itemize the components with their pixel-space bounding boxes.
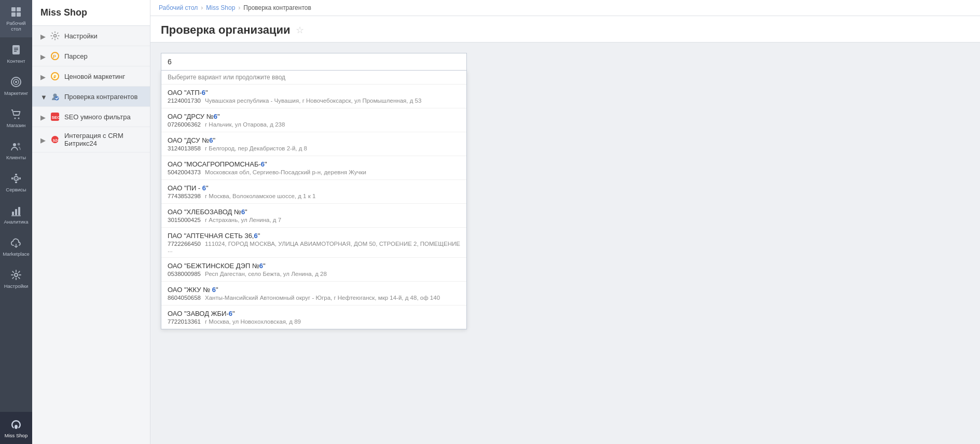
sidebar-label-services: Сервисы	[6, 187, 26, 192]
sidebar-item-marketing[interactable]: Маркетинг	[0, 70, 32, 102]
parser-icon: P	[50, 51, 60, 61]
svg-point-26	[15, 273, 18, 276]
svg-point-12	[18, 117, 20, 119]
svg-rect-6	[14, 49, 18, 50]
svg-point-14	[18, 143, 20, 145]
svg-text:P: P	[53, 54, 56, 59]
price-icon: ₽	[50, 71, 60, 81]
sidebar-label-miss-shop: Miss Shop	[5, 433, 27, 438]
file-icon	[9, 43, 23, 57]
svg-text:b24: b24	[53, 138, 59, 142]
svg-rect-17	[11, 177, 13, 179]
svg-text:SEO: SEO	[52, 115, 60, 120]
svg-rect-0	[11, 7, 16, 11]
nav-sidebar-title: Miss Shop	[32, 0, 150, 26]
sidebar-label-settings: Настройки	[4, 283, 29, 289]
sidebar-item-shop[interactable]: Магазин	[0, 102, 32, 134]
nav-label-check-contractors: Проверка контрагентов	[64, 93, 144, 101]
main-content: Рабочий стол › Miss Shop › Проверка конт…	[150, 0, 980, 444]
cloud-icon	[9, 236, 23, 249]
page-title: Проверка организации	[161, 23, 291, 37]
svg-rect-16	[15, 182, 17, 183]
sidebar-label-marketplace: Marketplace	[3, 251, 30, 257]
dropdown-item[interactable]: ОАО "МОСАГРОПРОМСНАБ-6"5042004373Московс…	[161, 156, 466, 180]
svg-rect-21	[12, 212, 14, 215]
arrow-icon-seo: ▶	[40, 114, 47, 120]
breadcrumb-sep-2: ›	[238, 4, 240, 11]
nav-label-crm-bitrix: Интеграция с CRM Битрикс24	[64, 132, 144, 147]
dropdown-list: Выберите вариант или продолжите ввод ОАО…	[161, 70, 467, 329]
arrow-icon-nastroyki: ▶	[40, 33, 47, 39]
dropdown-item[interactable]: ОАО "ДРСУ №6"0726006362г Нальчик, ул Ота…	[161, 108, 466, 132]
sidebar-item-clients[interactable]: Клиенты	[0, 134, 32, 166]
breadcrumb-current: Проверка контрагентов	[243, 4, 311, 11]
sidebar-item-crm-bitrix[interactable]: ▶ b24 Интеграция с CRM Битрикс24	[32, 127, 150, 152]
sidebar-item-parser[interactable]: ▶ P Парсер	[32, 46, 150, 66]
svg-point-27	[15, 425, 18, 429]
sidebar-item-analytics[interactable]: Аналитика	[0, 198, 32, 230]
sidebar-item-settings[interactable]: Настройки	[0, 262, 32, 295]
favorite-star-icon[interactable]: ☆	[296, 24, 304, 36]
svg-rect-15	[15, 174, 17, 175]
dropdown-item[interactable]: ОАО "ХЛЕБОЗАВОД №6"3015000425г Астрахань…	[161, 204, 466, 228]
svg-point-28	[54, 35, 57, 37]
crm-icon: b24	[50, 134, 60, 145]
sidebar-item-miss-shop[interactable]: Miss Shop	[0, 412, 32, 444]
svg-point-11	[15, 117, 16, 119]
svg-rect-22	[15, 209, 17, 215]
svg-rect-23	[18, 207, 20, 215]
dropdown-item[interactable]: ОАО "ЗАВОД ЖБИ-6"7722013361г Москва, ул …	[161, 306, 466, 329]
dropdown-item[interactable]: ОАО "ДСУ №6"3124013858г Белгород, пер Де…	[161, 132, 466, 156]
icon-sidebar: Рабочий стол Контент Маркетинг	[0, 0, 32, 444]
check-icon	[50, 91, 60, 102]
arrow-icon-crm: ▶	[40, 136, 47, 143]
dropdown-hint: Выберите вариант или продолжите ввод	[161, 71, 466, 85]
sidebar-item-services[interactable]: 24 Сервисы	[0, 166, 32, 198]
breadcrumb-link-miss-shop[interactable]: Miss Shop	[206, 4, 235, 11]
grid-icon	[9, 5, 23, 19]
sidebar-item-content[interactable]: Контент	[0, 37, 32, 70]
svg-rect-2	[11, 12, 16, 17]
dropdown-item[interactable]: ОАО "ПИ - 6"7743853298г Москва, Волокола…	[161, 180, 466, 204]
sidebar-label-analytics: Аналитика	[4, 219, 28, 225]
sidebar-item-dashboard[interactable]: Рабочий стол	[0, 0, 32, 37]
sidebar-label-content: Контент	[7, 58, 25, 64]
breadcrumb-sep-1: ›	[201, 4, 203, 11]
svg-text:24: 24	[15, 177, 19, 182]
svg-point-34	[55, 96, 59, 101]
sidebar-label-dashboard: Рабочий стол	[2, 20, 30, 32]
nav-label-price-marketing: Ценовой маркетинг	[64, 73, 144, 80]
arrow-icon-parser: ▶	[40, 53, 47, 59]
gear24-icon: 24	[9, 172, 23, 185]
sidebar-item-seo-filter[interactable]: ▶ SEO SEO умного фильтра	[32, 107, 150, 127]
breadcrumb-link-dashboard[interactable]: Рабочий стол	[159, 4, 198, 11]
nav-sidebar: Miss Shop ▶ Настройки ▶ P Парсер ▶ ₽	[32, 0, 150, 444]
svg-point-13	[13, 143, 16, 146]
sidebar-label-shop: Магазин	[7, 122, 26, 128]
dropdown-item[interactable]: ПАО "АПТЕЧНАЯ СЕТЬ 36,6"7722266450111024…	[161, 228, 466, 258]
sidebar-item-check-contractors[interactable]: ▼ Проверка контрагентов	[32, 87, 150, 107]
nav-label-seo-filter: SEO умного фильтра	[64, 113, 144, 121]
search-container: Выберите вариант или продолжите ввод ОАО…	[161, 53, 467, 329]
bird-icon	[9, 418, 23, 431]
svg-rect-1	[17, 7, 21, 11]
sidebar-item-price-marketing[interactable]: ▶ ₽ Ценовой маркетинг	[32, 66, 150, 87]
sidebar-item-nastroyki[interactable]: ▶ Настройки	[32, 26, 150, 46]
nav-label-parser: Парсер	[64, 52, 144, 60]
svg-rect-3	[17, 12, 21, 17]
svg-point-10	[15, 81, 17, 83]
arrow-icon-check: ▼	[40, 93, 47, 100]
dropdown-item[interactable]: ОАО "ЖКУ № 6"8604050658Ханты-Мансийский …	[161, 282, 466, 306]
gear-small-icon	[50, 31, 60, 41]
nav-label-nastroyki: Настройки	[64, 32, 144, 40]
sidebar-label-clients: Клиенты	[6, 155, 26, 160]
settings-icon	[9, 268, 23, 282]
seo-icon: SEO	[50, 112, 60, 122]
dropdown-item[interactable]: ОАО "БЕЖТИНСКОЕ ДЭП №6"0538000985Респ Да…	[161, 258, 466, 282]
search-input[interactable]	[161, 53, 467, 70]
sidebar-item-marketplace[interactable]: Marketplace	[0, 230, 32, 262]
dropdown-item[interactable]: ОАО "АТП-6"2124001730Чувашская республик…	[161, 85, 466, 108]
page-body: Выберите вариант или продолжите ввод ОАО…	[150, 43, 980, 444]
target-icon	[9, 75, 23, 89]
svg-rect-18	[19, 177, 21, 179]
